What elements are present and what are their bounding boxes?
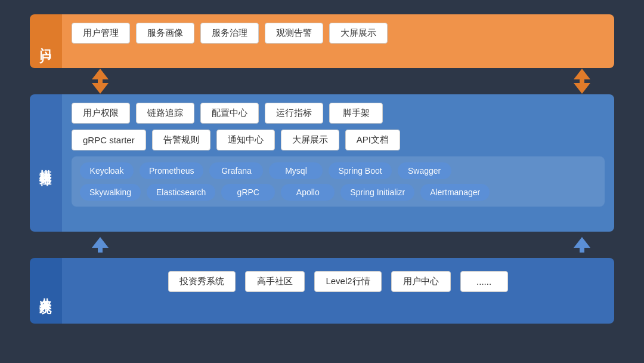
- business-label: 业务系统: [30, 258, 62, 324]
- portal-item-4: 观测告警: [265, 23, 323, 44]
- biz-item-2: 高手社区: [245, 271, 305, 292]
- comp-r1-2: Prometheus: [140, 162, 203, 179]
- portal-item-3: 服务治理: [200, 23, 259, 44]
- comp-r2-3: gRPC: [221, 184, 275, 201]
- module-r1-1: 用户权限: [72, 103, 130, 124]
- comp-r2-4: Apollo: [281, 184, 335, 201]
- portal-items-row: 用户管理 服务画像 服务治理 观测告警 大屏展示: [72, 23, 605, 44]
- comp-r2-1: Skywalking: [80, 184, 141, 201]
- comp-r1-1: Keycloak: [80, 162, 134, 179]
- arrow-blue-left: [92, 237, 109, 253]
- portal-item-1: 用户管理: [72, 23, 130, 44]
- module-r1-5: 脚手架: [329, 103, 383, 124]
- components-row2: Skywalking Elasticsearch gRPC Apollo Spr…: [80, 184, 596, 201]
- arrow-left: [92, 69, 109, 94]
- biz-item-1: 投资秀系统: [168, 271, 236, 292]
- business-layer: 业务系统 投资秀系统 高手社区 Level2行情 用户中心 ......: [30, 258, 614, 324]
- comp-r1-5: Spring Boot: [329, 162, 391, 179]
- portal-layer: 门户 用户管理 服务画像 服务治理 观测告警 大屏展示: [30, 14, 614, 68]
- components-section: Keycloak Prometheus Grafana Mysql Spring…: [72, 156, 605, 207]
- module-row2: gRPC starter 告警规则 通知中心 大屏展示 API文档: [72, 130, 605, 150]
- portal-item-2: 服务画像: [136, 23, 194, 44]
- comp-r2-2: Elasticsearch: [147, 184, 215, 201]
- comp-r1-3: Grafana: [209, 162, 263, 179]
- components-row1: Keycloak Prometheus Grafana Mysql Spring…: [80, 162, 596, 179]
- module-r2-3: 通知中心: [216, 130, 275, 150]
- arrow-module-business: [30, 232, 614, 258]
- comp-r1-6: Swagger: [398, 162, 451, 179]
- arrow-right: [574, 69, 590, 94]
- comp-r2-6: Alertmanager: [420, 184, 490, 201]
- module-r2-4: 大屏展示: [281, 130, 339, 150]
- comp-r2-5: Spring Initializr: [340, 184, 414, 201]
- module-layer: 模块与组件 用户权限 链路追踪 配置中心 运行指标 脚手架 gRPC start…: [30, 94, 614, 232]
- module-r2-1: gRPC starter: [72, 130, 146, 150]
- module-r1-2: 链路追踪: [136, 103, 194, 124]
- module-content: 用户权限 链路追踪 配置中心 运行指标 脚手架 gRPC starter 告警规…: [62, 94, 614, 232]
- arrow-portal-module: [30, 68, 614, 94]
- portal-content: 用户管理 服务画像 服务治理 观测告警 大屏展示: [62, 14, 614, 68]
- architecture-diagram: 门户 用户管理 服务画像 服务治理 观测告警 大屏展示: [30, 14, 614, 349]
- module-label: 模块与组件: [30, 94, 62, 232]
- business-content: 投资秀系统 高手社区 Level2行情 用户中心 ......: [62, 258, 614, 324]
- module-r2-2: 告警规则: [152, 130, 210, 150]
- portal-item-5: 大屏展示: [329, 23, 388, 44]
- module-r1-3: 配置中心: [200, 103, 259, 124]
- comp-r1-4: Mysql: [269, 162, 323, 179]
- biz-item-4: 用户中心: [391, 271, 451, 292]
- module-r2-5: API文档: [345, 130, 400, 150]
- business-items-row: 投资秀系统 高手社区 Level2行情 用户中心 ......: [72, 271, 605, 292]
- module-row1: 用户权限 链路追踪 配置中心 运行指标 脚手架: [72, 103, 605, 124]
- module-r1-4: 运行指标: [265, 103, 323, 124]
- biz-item-3: Level2行情: [314, 271, 381, 292]
- arrow-blue-right: [574, 237, 590, 253]
- biz-item-5: ......: [460, 271, 508, 292]
- portal-label: 门户: [30, 14, 62, 68]
